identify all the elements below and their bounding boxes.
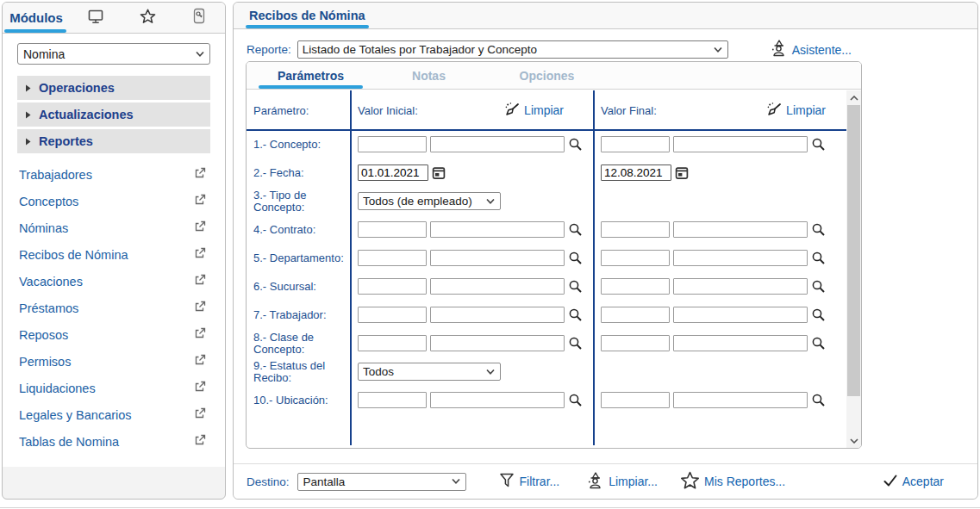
lookup-name-input[interactable] — [430, 221, 565, 238]
value-final-cell — [593, 221, 846, 238]
lookup-name-input[interactable] — [430, 250, 565, 266]
tab-monitor[interactable] — [70, 3, 122, 33]
sidebar-item-reposos[interactable]: Reposos — [17, 321, 210, 348]
limpiar-inicial-button[interactable]: Limpiar — [503, 101, 564, 120]
search-icon-button[interactable] — [568, 222, 583, 237]
lookup-name-input[interactable] — [430, 278, 565, 295]
param-select[interactable]: Todos — [358, 363, 501, 381]
lookup-code-input[interactable] — [601, 278, 670, 295]
mis-reportes-label: Mis Reportes... — [704, 475, 785, 488]
mis-reportes-button[interactable]: Mis Reportes... — [680, 471, 785, 493]
search-icon-button[interactable] — [568, 393, 583, 407]
search-icon — [811, 251, 826, 265]
accordion-item-operaciones[interactable]: Operaciones — [17, 76, 210, 100]
sidebar-item-vacaciones[interactable]: Vacaciones — [17, 268, 210, 295]
sidebar-item-recibos-de-nomina[interactable]: Recibos de Nómina — [17, 241, 210, 268]
date-input[interactable] — [358, 164, 428, 181]
value-initial-cell — [350, 164, 593, 181]
lookup-name-input[interactable] — [673, 392, 808, 408]
lookup-code-input[interactable] — [601, 250, 670, 266]
lookup-code-input[interactable] — [601, 307, 670, 323]
sidebar-accordion: OperacionesActualizacionesReportes — [17, 76, 210, 153]
search-icon-button[interactable] — [811, 137, 826, 152]
tab-recibos-de-nomina[interactable]: Recibos de Nómina — [246, 3, 369, 28]
search-icon-button[interactable] — [811, 393, 826, 407]
limpiar-footer-button[interactable]: Limpiar... — [585, 471, 658, 493]
lookup-name-input[interactable] — [430, 307, 565, 323]
search-icon-button[interactable] — [811, 251, 826, 265]
sidebar-item-label: Legales y Bancarios — [19, 408, 132, 422]
value-initial-cell: Todos (de empleado) — [350, 192, 593, 210]
lookup-code-input[interactable] — [358, 221, 427, 238]
value-final-cell — [593, 136, 846, 152]
scrollbar-thumb[interactable] — [847, 105, 860, 396]
accordion-label: Operaciones — [39, 81, 115, 95]
vertical-scrollbar[interactable] — [846, 90, 861, 448]
param-select[interactable]: Todos (de empleado) — [358, 192, 501, 210]
scroll-up-button[interactable] — [846, 90, 861, 105]
table-header-row: Parámetro: Valor Inicial: Limpiar Valor … — [247, 90, 846, 130]
lookup-code-input[interactable] — [601, 221, 670, 238]
accordion-item-actualizaciones[interactable]: Actualizaciones — [17, 102, 210, 127]
calendar-icon-button[interactable] — [432, 166, 446, 180]
lookup-code-input[interactable] — [601, 136, 670, 152]
sidebar-item-conceptos[interactable]: Conceptos — [17, 188, 210, 214]
search-icon-button[interactable] — [568, 279, 583, 294]
report-select[interactable]: Listado de Totales por Trabajador y Conc… — [297, 40, 728, 59]
lookup-name-input[interactable] — [673, 335, 808, 351]
tab-modulos[interactable]: Módulos — [3, 3, 70, 33]
search-icon-button[interactable] — [568, 251, 583, 265]
lookup-code-input[interactable] — [358, 278, 427, 295]
sidebar-item-permisos[interactable]: Permisos — [17, 348, 210, 375]
lookup-code-input[interactable] — [358, 335, 427, 351]
accordion-item-reportes[interactable]: Reportes — [17, 129, 210, 153]
tab-parametros[interactable]: Parámetros — [252, 62, 370, 89]
lookup-code-input[interactable] — [358, 136, 427, 152]
lookup-name-input[interactable] — [430, 335, 565, 351]
lookup-name-input[interactable] — [673, 221, 808, 238]
lookup-code-input[interactable] — [358, 307, 427, 323]
external-link-icon — [193, 433, 207, 450]
assistant-button[interactable]: Asistente... — [769, 39, 852, 60]
sidebar-item-nominas[interactable]: Nóminas — [17, 214, 210, 241]
lookup-name-input[interactable] — [673, 278, 808, 295]
report-select-wrap: Listado de Totales por Trabajador y Conc… — [297, 40, 728, 59]
search-icon-button[interactable] — [568, 336, 583, 351]
search-icon-button[interactable] — [568, 307, 583, 322]
lookup-code-input[interactable] — [358, 250, 427, 266]
search-icon-button[interactable] — [811, 307, 826, 322]
search-icon-button[interactable] — [811, 279, 826, 294]
search-icon-button[interactable] — [811, 222, 826, 237]
tab-keys[interactable] — [173, 3, 225, 33]
lookup-name-input[interactable] — [430, 392, 565, 408]
tab-favorites[interactable] — [122, 3, 173, 33]
calendar-icon-button[interactable] — [675, 166, 689, 180]
tab-opciones[interactable]: Opciones — [488, 62, 606, 89]
search-icon-button[interactable] — [568, 137, 583, 152]
lookup-code-input[interactable] — [358, 392, 427, 408]
sidebar-item-liquidaciones[interactable]: Liquidaciones — [17, 375, 210, 401]
sidebar-item-prestamos[interactable]: Préstamos — [17, 295, 210, 321]
lookup-name-input[interactable] — [673, 136, 808, 152]
tab-notas[interactable]: Notas — [370, 62, 488, 89]
param-row: 2.- Fecha: — [247, 158, 846, 187]
sidebar-item-tablas-de-nomina[interactable]: Tablas de Nomina — [17, 428, 210, 455]
sidebar-item-legales-y-bancarios[interactable]: Legales y Bancarios — [17, 401, 210, 428]
scroll-down-button[interactable] — [846, 433, 861, 448]
search-icon-button[interactable] — [811, 336, 826, 351]
param-row: 5.- Departamento: — [247, 244, 846, 272]
date-input[interactable] — [601, 164, 671, 181]
limpiar-final-button[interactable]: Limpiar — [765, 101, 826, 120]
aceptar-button[interactable]: Aceptar — [883, 474, 944, 490]
lookup-name-input[interactable] — [430, 136, 565, 152]
lookup-code-input[interactable] — [601, 392, 670, 408]
search-icon — [811, 222, 826, 237]
destination-select[interactable]: Pantalla — [297, 473, 466, 491]
lookup-code-input[interactable] — [601, 335, 670, 351]
lookup-name-input[interactable] — [673, 250, 808, 266]
filtrar-button[interactable]: Filtrar... — [498, 471, 560, 492]
lookup-name-input[interactable] — [673, 307, 808, 323]
module-select[interactable]: Nomina — [17, 43, 210, 65]
triangle-icon — [25, 81, 31, 95]
sidebar-item-trabajadores[interactable]: Trabajadores — [17, 161, 210, 188]
